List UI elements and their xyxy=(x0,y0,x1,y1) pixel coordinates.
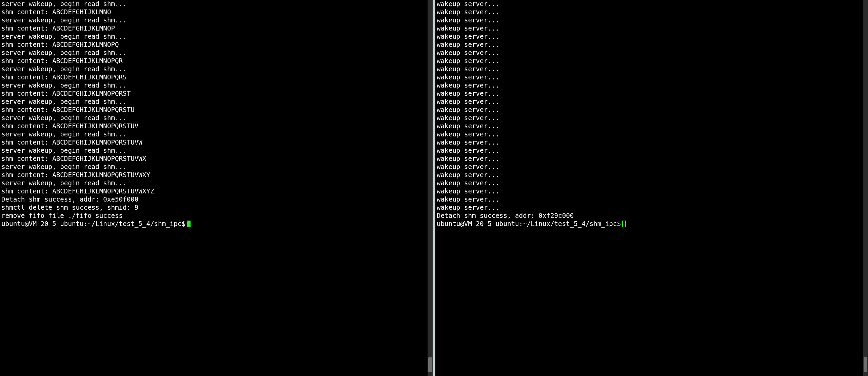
terminal-line: shm content: ABCDEFGHIJKLMNOPQRSTUVWXYZ xyxy=(1,187,426,195)
terminal-line: wakeup server... xyxy=(437,81,862,90)
terminal-line: wakeup server... xyxy=(437,41,862,49)
terminal-pane-right[interactable]: wakeup server...wakeup server...wakeup s… xyxy=(434,0,868,376)
terminal-line: server wakeup, begin read shm... xyxy=(1,0,426,8)
terminal-line: server wakeup, begin read shm... xyxy=(1,49,426,57)
terminal-line: shm content: ABCDEFGHIJKLMNOPQRSTUVWX xyxy=(1,155,426,163)
terminal-line: server wakeup, begin read shm... xyxy=(1,16,426,24)
terminal-line: shmctl delete shm success, shmid: 9 xyxy=(1,204,426,212)
terminal-line: wakeup server... xyxy=(437,24,862,33)
scrollbar-track-left[interactable] xyxy=(428,0,433,376)
terminal-line: shm content: ABCDEFGHIJKLMNOPQRSTUVW xyxy=(1,138,426,147)
terminal-line: wakeup server... xyxy=(437,204,862,212)
prompt-text: ubuntu@VM-20-5-ubuntu:~/Linux/test_5_4/s… xyxy=(1,220,185,228)
terminal-line: server wakeup, begin read shm... xyxy=(1,114,426,122)
cursor-icon xyxy=(187,221,191,227)
cursor-icon xyxy=(622,221,626,227)
terminal-line: wakeup server... xyxy=(437,147,862,155)
terminal-line: wakeup server... xyxy=(437,49,862,57)
terminal-line: wakeup server... xyxy=(437,171,862,179)
terminal-line: server wakeup, begin read shm... xyxy=(1,65,426,73)
scrollbar-thumb-left[interactable] xyxy=(428,357,432,372)
terminal-line: shm content: ABCDEFGHIJKLMNOPQRS xyxy=(1,73,426,81)
terminal-line: remove fifo file ./fifo success xyxy=(1,212,426,220)
terminal-line: wakeup server... xyxy=(437,130,862,138)
split-terminal-workspace: server wakeup, begin read shm...shm cont… xyxy=(0,0,868,376)
shell-prompt[interactable]: ubuntu@VM-20-5-ubuntu:~/Linux/test_5_4/s… xyxy=(1,220,426,228)
prompt-text: ubuntu@VM-20-5-ubuntu:~/Linux/test_5_4/s… xyxy=(437,220,621,228)
scrollbar-track-right[interactable] xyxy=(863,0,868,376)
terminal-line: shm content: ABCDEFGHIJKLMNOPQRSTU xyxy=(1,106,426,114)
terminal-line: server wakeup, begin read shm... xyxy=(1,163,426,171)
terminal-line: wakeup server... xyxy=(437,8,862,16)
shell-prompt[interactable]: ubuntu@VM-20-5-ubuntu:~/Linux/test_5_4/s… xyxy=(437,220,862,228)
terminal-line: server wakeup, begin read shm... xyxy=(1,179,426,187)
terminal-line: wakeup server... xyxy=(437,179,862,187)
terminal-line: wakeup server... xyxy=(437,195,862,204)
terminal-line: shm content: ABCDEFGHIJKLMNOPQR xyxy=(1,57,426,65)
terminal-line: wakeup server... xyxy=(437,138,862,147)
terminal-line: wakeup server... xyxy=(437,16,862,24)
terminal-output-right[interactable]: wakeup server...wakeup server...wakeup s… xyxy=(435,0,863,376)
terminal-line: server wakeup, begin read shm... xyxy=(1,33,426,41)
terminal-line: shm content: ABCDEFGHIJKLMNOPQRST xyxy=(1,90,426,98)
terminal-line: server wakeup, begin read shm... xyxy=(1,81,426,90)
terminal-line: wakeup server... xyxy=(437,155,862,163)
terminal-line: shm content: ABCDEFGHIJKLMNOP xyxy=(1,24,426,33)
terminal-line: wakeup server... xyxy=(437,163,862,171)
terminal-line: wakeup server... xyxy=(437,114,862,122)
terminal-line: wakeup server... xyxy=(437,98,862,106)
terminal-line: server wakeup, begin read shm... xyxy=(1,130,426,138)
terminal-line: shm content: ABCDEFGHIJKLMNOPQRSTUV xyxy=(1,122,426,130)
terminal-pane-left[interactable]: server wakeup, begin read shm...shm cont… xyxy=(0,0,434,376)
terminal-line: Detach shm success, addr: 0xe50f000 xyxy=(1,195,426,204)
scrollbar-thumb-right[interactable] xyxy=(864,357,867,372)
terminal-line: wakeup server... xyxy=(437,65,862,73)
terminal-line: wakeup server... xyxy=(437,33,862,41)
terminal-line: shm content: ABCDEFGHIJKLMNO xyxy=(1,8,426,16)
terminal-line: server wakeup, begin read shm... xyxy=(1,98,426,106)
terminal-line: wakeup server... xyxy=(437,122,862,130)
terminal-line: wakeup server... xyxy=(437,106,862,114)
terminal-line: wakeup server... xyxy=(437,73,862,81)
terminal-line: shm content: ABCDEFGHIJKLMNOPQ xyxy=(1,41,426,49)
terminal-line: wakeup server... xyxy=(437,0,862,8)
terminal-line: shm content: ABCDEFGHIJKLMNOPQRSTUVWXY xyxy=(1,171,426,179)
terminal-line: wakeup server... xyxy=(437,57,862,65)
terminal-line: wakeup server... xyxy=(437,187,862,195)
terminal-line: wakeup server... xyxy=(437,90,862,98)
terminal-line: Detach shm success, addr: 0xf29c000 xyxy=(437,212,862,220)
terminal-line: server wakeup, begin read shm... xyxy=(1,147,426,155)
terminal-output-left[interactable]: server wakeup, begin read shm...shm cont… xyxy=(0,0,428,376)
